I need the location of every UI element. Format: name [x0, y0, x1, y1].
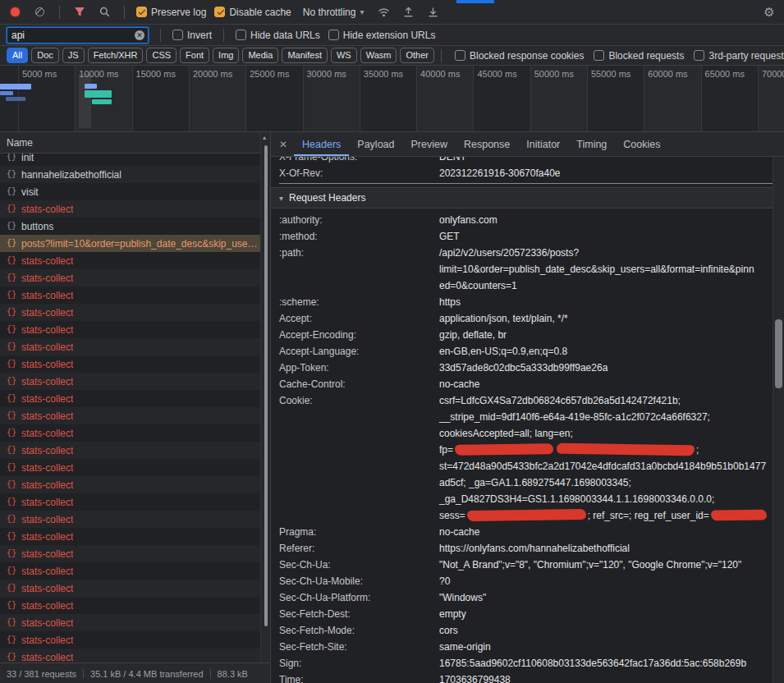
resource-type-filters: AllDocJSFetch/XHRCSSFontImgMediaManifest… [7, 48, 434, 63]
filter-input[interactable] [7, 27, 149, 44]
timeline-gridline: 55000 ms [587, 66, 644, 131]
checkbox-blocked-requests[interactable]: Blocked requests [594, 50, 684, 62]
timeline-overview[interactable]: 5000 ms10000 ms15000 ms20000 ms25000 ms3… [0, 66, 784, 132]
request-row[interactable]: {}stats-collect [0, 476, 270, 493]
filter-type-all[interactable]: All [7, 48, 28, 63]
hide-extension-urls-checkbox[interactable]: Hide extension URLs [328, 30, 436, 41]
resource-type-filter-row: AllDocJSFetch/XHRCSSFontImgMediaManifest… [0, 46, 784, 66]
request-row[interactable]: {}stats-collect [0, 424, 270, 442]
request-row[interactable]: {}stats-collect [0, 442, 270, 459]
request-headers-section-header[interactable]: ▾ Request Headers [271, 187, 784, 209]
scroll-up-icon[interactable]: ▴ [263, 134, 266, 141]
request-row[interactable]: {}stats-collect [0, 631, 270, 649]
request-list: {}init{}hannahelizabethofficial{}visit{}… [0, 154, 270, 662]
tab-payload[interactable]: Payload [349, 132, 402, 156]
checkbox-label: Blocked response cookies [470, 50, 584, 62]
header-value-text: csrf=LdfcGX4Sa72db06824c657db26a5d142472… [439, 395, 681, 406]
filter-type-ws[interactable]: WS [331, 48, 357, 63]
request-row[interactable]: {}posts?limit=10&order=publish_date_desc… [0, 235, 270, 252]
request-row[interactable]: {}visit [0, 183, 270, 200]
detail-scrollbar[interactable] [773, 157, 784, 683]
filter-type-css[interactable]: CSS [146, 48, 177, 63]
json-file-icon: {} [7, 463, 16, 472]
request-row[interactable]: {}stats-collect [0, 355, 270, 373]
header-value-line: limit=10&order=publish_date_desc&skip_us… [439, 261, 784, 277]
request-row[interactable]: {}stats-collect [0, 321, 270, 338]
request-row[interactable]: {}stats-collect [0, 614, 270, 631]
tab-response[interactable]: Response [456, 132, 518, 156]
filter-type-img[interactable]: Img [213, 48, 239, 63]
waterfall-bar [85, 90, 112, 98]
scrollbar-thumb[interactable] [264, 145, 268, 626]
request-row[interactable]: {}stats-collect [0, 407, 270, 424]
search-button[interactable] [96, 4, 112, 21]
json-file-icon: {} [7, 360, 16, 369]
header-value-line: cookiesAccepted=all; lang=en; [439, 425, 784, 442]
request-row[interactable]: {}init [0, 154, 270, 166]
request-row[interactable]: {}stats-collect [0, 286, 270, 304]
header-value-text: ad5cf; _ga=GA1.1.689275447.1698003345; [439, 477, 631, 488]
request-row[interactable]: {}stats-collect [0, 649, 270, 662]
checkbox-3rd-party-requests[interactable]: 3rd-party requests [694, 50, 784, 62]
request-row[interactable]: {}stats-collect [0, 200, 270, 218]
network-conditions-button[interactable] [375, 4, 392, 21]
clear-filter-icon[interactable]: ✕ [135, 30, 144, 40]
tab-preview[interactable]: Preview [403, 132, 456, 156]
name-column-header[interactable]: Name [0, 132, 270, 154]
json-file-icon: {} [7, 446, 16, 455]
filter-type-doc[interactable]: Doc [31, 48, 59, 63]
request-row[interactable]: {}stats-collect [0, 252, 270, 269]
preserve-log-checkbox[interactable]: Preserve log [136, 7, 206, 18]
header-value: 202312261916-30670fa40e [439, 165, 784, 181]
clear-network-log-button[interactable] [31, 4, 48, 21]
header-value: application/json, text/plain, */* [439, 310, 784, 327]
filter-type-font[interactable]: Font [180, 48, 209, 63]
header-value: /api2/v2/users/20572336/posts?limit=10&o… [439, 245, 784, 294]
request-row[interactable]: {}stats-collect [0, 390, 270, 407]
filter-type-js[interactable]: JS [62, 48, 85, 63]
tab-cookies[interactable]: Cookies [615, 132, 668, 156]
network-conditions-icon [378, 7, 390, 17]
request-row[interactable]: {}stats-collect [0, 562, 270, 580]
filter-toggle-button[interactable] [71, 4, 88, 21]
request-row[interactable]: {}stats-collect [0, 545, 270, 562]
header-name: Sec-Fetch-Dest: [279, 606, 439, 622]
request-list-scrollbar[interactable]: ▴ [260, 132, 270, 662]
checkbox-blocked-response-cookies[interactable]: Blocked response cookies [455, 50, 584, 62]
request-row[interactable]: {}stats-collect [0, 373, 270, 390]
header-value-text: ; [696, 444, 699, 456]
record-button[interactable] [7, 4, 23, 21]
request-row[interactable]: {}stats-collect [0, 304, 270, 321]
export-har-button[interactable] [424, 4, 441, 21]
tab-initiator[interactable]: Initiator [518, 132, 568, 156]
filter-type-other[interactable]: Other [400, 48, 434, 63]
header-name: X-Of-Rev: [279, 165, 439, 181]
disable-cache-checkbox[interactable]: Disable cache [214, 7, 291, 18]
request-row[interactable]: {}buttons [0, 218, 270, 235]
invert-checkbox[interactable]: Invert [172, 30, 212, 41]
request-row[interactable]: {}stats-collect [0, 459, 270, 476]
filter-type-fetch-xhr[interactable]: Fetch/XHR [88, 48, 144, 63]
request-row[interactable]: {}stats-collect [0, 597, 270, 614]
hide-extension-urls-label: Hide extension URLs [343, 30, 436, 41]
settings-gear-button[interactable]: ⚙ [761, 4, 777, 21]
filter-type-manifest[interactable]: Manifest [282, 48, 328, 63]
throttling-select[interactable]: No throttling ▾ [300, 5, 368, 20]
filter-type-wasm[interactable]: Wasm [360, 48, 397, 63]
tab-headers[interactable]: Headers [294, 132, 349, 156]
filter-type-media[interactable]: Media [242, 48, 278, 63]
request-row[interactable]: {}stats-collect [0, 580, 270, 597]
request-row[interactable]: {}stats-collect [0, 493, 270, 511]
import-har-button[interactable] [400, 4, 416, 21]
request-name: stats-collect [21, 410, 73, 422]
tab-timing[interactable]: Timing [568, 132, 615, 156]
request-row[interactable]: {}stats-collect [0, 511, 270, 528]
hide-data-urls-checkbox[interactable]: Hide data URLs [236, 30, 320, 41]
request-row[interactable]: {}stats-collect [0, 269, 270, 286]
redaction-scribble [711, 510, 767, 521]
scrollbar-thumb[interactable] [775, 319, 782, 388]
request-row[interactable]: {}stats-collect [0, 338, 270, 355]
request-row[interactable]: {}hannahelizabethofficial [0, 166, 270, 183]
close-icon[interactable]: ✕ [279, 139, 287, 150]
request-row[interactable]: {}stats-collect [0, 528, 270, 545]
